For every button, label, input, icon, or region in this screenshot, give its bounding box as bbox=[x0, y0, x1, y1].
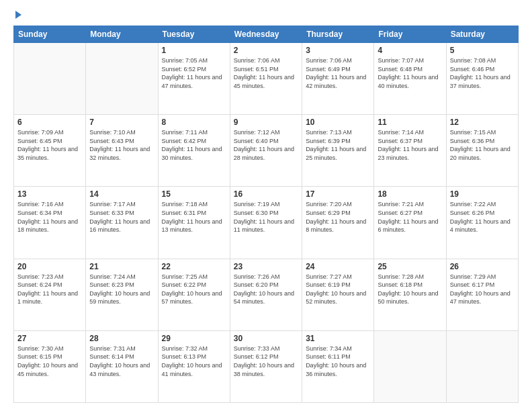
day-info: Sunrise: 7:33 AM Sunset: 6:12 PM Dayligh… bbox=[234, 345, 298, 378]
day-number: 1 bbox=[162, 46, 226, 55]
day-number: 30 bbox=[234, 334, 298, 343]
calendar-day-cell: 15Sunrise: 7:18 AM Sunset: 6:31 PM Dayli… bbox=[158, 187, 230, 259]
day-info: Sunrise: 7:07 AM Sunset: 6:48 PM Dayligh… bbox=[378, 56, 442, 90]
calendar-day-cell: 24Sunrise: 7:27 AM Sunset: 6:19 PM Dayli… bbox=[302, 259, 374, 330]
calendar-day-cell: 28Sunrise: 7:31 AM Sunset: 6:14 PM Dayli… bbox=[86, 330, 158, 402]
calendar-day-cell: 6Sunrise: 7:09 AM Sunset: 6:45 PM Daylig… bbox=[14, 115, 86, 187]
logo bbox=[13, 11, 21, 19]
calendar-day-cell: 16Sunrise: 7:19 AM Sunset: 6:30 PM Dayli… bbox=[230, 187, 302, 259]
day-number: 20 bbox=[17, 262, 82, 271]
calendar-day-cell: 1Sunrise: 7:05 AM Sunset: 6:52 PM Daylig… bbox=[158, 43, 230, 115]
day-info: Sunrise: 7:15 AM Sunset: 6:36 PM Dayligh… bbox=[450, 128, 515, 162]
header bbox=[13, 11, 519, 19]
day-number: 22 bbox=[162, 262, 226, 271]
calendar-day-cell: 26Sunrise: 7:29 AM Sunset: 6:17 PM Dayli… bbox=[446, 259, 518, 330]
day-info: Sunrise: 7:19 AM Sunset: 6:30 PM Dayligh… bbox=[234, 200, 298, 234]
day-info: Sunrise: 7:22 AM Sunset: 6:26 PM Dayligh… bbox=[450, 200, 515, 234]
logo-triangle-icon bbox=[15, 11, 21, 19]
day-number: 18 bbox=[378, 189, 442, 199]
calendar-week-row: 1Sunrise: 7:05 AM Sunset: 6:52 PM Daylig… bbox=[14, 43, 519, 115]
day-number: 3 bbox=[306, 46, 370, 55]
calendar-day-cell: 18Sunrise: 7:21 AM Sunset: 6:27 PM Dayli… bbox=[374, 187, 446, 259]
day-number: 27 bbox=[17, 334, 82, 343]
calendar-day-header: Wednesday bbox=[230, 26, 302, 43]
calendar-day-header: Sunday bbox=[14, 26, 86, 43]
calendar-day-cell: 5Sunrise: 7:08 AM Sunset: 6:46 PM Daylig… bbox=[446, 43, 518, 115]
day-info: Sunrise: 7:26 AM Sunset: 6:20 PM Dayligh… bbox=[234, 273, 298, 306]
day-number: 17 bbox=[306, 189, 370, 199]
day-info: Sunrise: 7:09 AM Sunset: 6:45 PM Dayligh… bbox=[17, 128, 82, 162]
day-number: 26 bbox=[450, 262, 515, 271]
day-number: 24 bbox=[306, 262, 370, 271]
day-info: Sunrise: 7:06 AM Sunset: 6:51 PM Dayligh… bbox=[234, 56, 298, 90]
day-number: 9 bbox=[234, 118, 298, 127]
day-info: Sunrise: 7:05 AM Sunset: 6:52 PM Dayligh… bbox=[162, 56, 226, 90]
day-info: Sunrise: 7:29 AM Sunset: 6:17 PM Dayligh… bbox=[450, 273, 515, 306]
calendar-day-cell: 20Sunrise: 7:23 AM Sunset: 6:24 PM Dayli… bbox=[14, 259, 86, 330]
calendar-day-cell: 9Sunrise: 7:12 AM Sunset: 6:40 PM Daylig… bbox=[230, 115, 302, 187]
calendar-day-header: Thursday bbox=[302, 26, 374, 43]
day-number: 11 bbox=[378, 118, 442, 127]
day-number: 5 bbox=[450, 46, 515, 55]
day-info: Sunrise: 7:16 AM Sunset: 6:34 PM Dayligh… bbox=[17, 200, 82, 234]
calendar-day-header: Monday bbox=[86, 26, 158, 43]
calendar-day-cell bbox=[86, 43, 158, 115]
calendar-day-cell: 22Sunrise: 7:25 AM Sunset: 6:22 PM Dayli… bbox=[158, 259, 230, 330]
day-info: Sunrise: 7:13 AM Sunset: 6:39 PM Dayligh… bbox=[306, 128, 370, 162]
page: SundayMondayTuesdayWednesdayThursdayFrid… bbox=[0, 0, 532, 411]
calendar-day-cell: 19Sunrise: 7:22 AM Sunset: 6:26 PM Dayli… bbox=[446, 187, 518, 259]
calendar-day-cell: 13Sunrise: 7:16 AM Sunset: 6:34 PM Dayli… bbox=[14, 187, 86, 259]
day-number: 10 bbox=[306, 118, 370, 127]
calendar-day-cell: 4Sunrise: 7:07 AM Sunset: 6:48 PM Daylig… bbox=[374, 43, 446, 115]
day-number: 14 bbox=[89, 189, 154, 199]
calendar-day-cell: 14Sunrise: 7:17 AM Sunset: 6:33 PM Dayli… bbox=[86, 187, 158, 259]
calendar-day-cell: 30Sunrise: 7:33 AM Sunset: 6:12 PM Dayli… bbox=[230, 330, 302, 402]
calendar-week-row: 20Sunrise: 7:23 AM Sunset: 6:24 PM Dayli… bbox=[14, 259, 519, 330]
day-number: 2 bbox=[234, 46, 298, 55]
calendar-week-row: 27Sunrise: 7:30 AM Sunset: 6:15 PM Dayli… bbox=[14, 330, 519, 402]
day-info: Sunrise: 7:12 AM Sunset: 6:40 PM Dayligh… bbox=[234, 128, 298, 162]
day-info: Sunrise: 7:14 AM Sunset: 6:37 PM Dayligh… bbox=[378, 128, 442, 162]
calendar-day-cell: 3Sunrise: 7:06 AM Sunset: 6:49 PM Daylig… bbox=[302, 43, 374, 115]
calendar-week-row: 6Sunrise: 7:09 AM Sunset: 6:45 PM Daylig… bbox=[14, 115, 519, 187]
day-number: 13 bbox=[17, 189, 82, 199]
day-info: Sunrise: 7:20 AM Sunset: 6:29 PM Dayligh… bbox=[306, 200, 370, 234]
calendar-day-cell: 2Sunrise: 7:06 AM Sunset: 6:51 PM Daylig… bbox=[230, 43, 302, 115]
day-number: 16 bbox=[234, 189, 298, 199]
calendar-day-cell: 31Sunrise: 7:34 AM Sunset: 6:11 PM Dayli… bbox=[302, 330, 374, 402]
day-info: Sunrise: 7:24 AM Sunset: 6:23 PM Dayligh… bbox=[89, 273, 154, 306]
calendar-day-cell: 21Sunrise: 7:24 AM Sunset: 6:23 PM Dayli… bbox=[86, 259, 158, 330]
day-info: Sunrise: 7:31 AM Sunset: 6:14 PM Dayligh… bbox=[89, 345, 154, 378]
day-number: 21 bbox=[89, 262, 154, 271]
day-info: Sunrise: 7:25 AM Sunset: 6:22 PM Dayligh… bbox=[162, 273, 226, 306]
day-number: 28 bbox=[89, 334, 154, 343]
calendar-table: SundayMondayTuesdayWednesdayThursdayFrid… bbox=[13, 26, 519, 403]
calendar-day-cell: 29Sunrise: 7:32 AM Sunset: 6:13 PM Dayli… bbox=[158, 330, 230, 402]
calendar-day-cell: 25Sunrise: 7:28 AM Sunset: 6:18 PM Dayli… bbox=[374, 259, 446, 330]
day-info: Sunrise: 7:10 AM Sunset: 6:43 PM Dayligh… bbox=[89, 128, 154, 162]
day-number: 6 bbox=[17, 118, 82, 127]
day-number: 4 bbox=[378, 46, 442, 55]
day-info: Sunrise: 7:06 AM Sunset: 6:49 PM Dayligh… bbox=[306, 56, 370, 90]
day-info: Sunrise: 7:21 AM Sunset: 6:27 PM Dayligh… bbox=[378, 200, 442, 234]
calendar-week-row: 13Sunrise: 7:16 AM Sunset: 6:34 PM Dayli… bbox=[14, 187, 519, 259]
day-number: 23 bbox=[234, 262, 298, 271]
day-number: 7 bbox=[89, 118, 154, 127]
day-number: 31 bbox=[306, 334, 370, 343]
day-number: 15 bbox=[162, 189, 226, 199]
day-number: 25 bbox=[378, 262, 442, 271]
day-number: 8 bbox=[162, 118, 226, 127]
day-info: Sunrise: 7:17 AM Sunset: 6:33 PM Dayligh… bbox=[89, 200, 154, 234]
day-info: Sunrise: 7:11 AM Sunset: 6:42 PM Dayligh… bbox=[162, 128, 226, 162]
calendar-day-cell: 27Sunrise: 7:30 AM Sunset: 6:15 PM Dayli… bbox=[14, 330, 86, 402]
day-info: Sunrise: 7:34 AM Sunset: 6:11 PM Dayligh… bbox=[306, 345, 370, 378]
day-info: Sunrise: 7:23 AM Sunset: 6:24 PM Dayligh… bbox=[17, 273, 82, 306]
calendar-day-cell: 12Sunrise: 7:15 AM Sunset: 6:36 PM Dayli… bbox=[446, 115, 518, 187]
calendar-day-header: Friday bbox=[374, 26, 446, 43]
calendar-day-cell: 10Sunrise: 7:13 AM Sunset: 6:39 PM Dayli… bbox=[302, 115, 374, 187]
day-info: Sunrise: 7:32 AM Sunset: 6:13 PM Dayligh… bbox=[162, 345, 226, 378]
calendar-day-cell: 7Sunrise: 7:10 AM Sunset: 6:43 PM Daylig… bbox=[86, 115, 158, 187]
calendar-day-cell bbox=[446, 330, 518, 402]
calendar-day-cell bbox=[374, 330, 446, 402]
day-info: Sunrise: 7:27 AM Sunset: 6:19 PM Dayligh… bbox=[306, 273, 370, 306]
